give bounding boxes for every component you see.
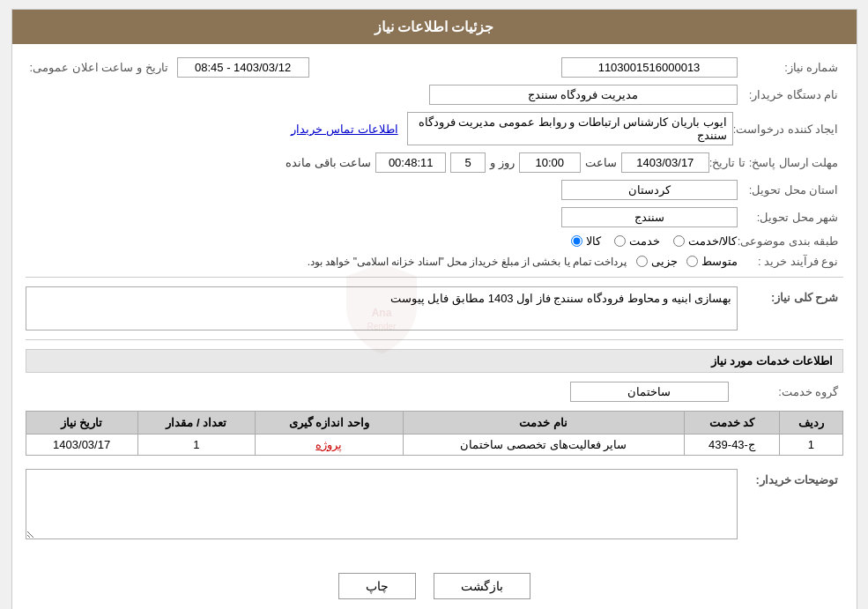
org-name-row: نام دستگاه خریدار: مدیریت فرودگاه سنندج: [26, 85, 843, 105]
category-label: طبقه بندی موضوعی:: [738, 234, 843, 248]
deadline-date: 1403/03/17: [621, 152, 709, 173]
cell-row-num: 1: [780, 434, 842, 456]
category-kala-khedmat-label: کالا/خدمت: [688, 234, 738, 248]
services-section-title: اطلاعات خدمات مورد نیاز: [26, 349, 843, 373]
col-date: تاریخ نیاز: [26, 412, 137, 434]
deadline-time: 10:00: [519, 152, 581, 173]
divider-2: [26, 339, 843, 340]
col-unit: واحد اندازه گیری: [255, 412, 403, 434]
province-row: استان محل تحویل: کردستان: [26, 180, 843, 200]
process-radio-motavaset[interactable]: متوسط: [686, 255, 738, 268]
process-motavaset-label: متوسط: [701, 255, 738, 268]
col-quantity: تعداد / مقدار: [137, 412, 255, 434]
buyer-notes-row: توضیحات خریدار:: [26, 469, 843, 539]
buyer-notes-label: توضیحات خریدار:: [738, 469, 843, 486]
print-button[interactable]: چاپ: [338, 573, 416, 599]
category-radio-group: کالا/خدمت خدمت کالا: [571, 234, 738, 248]
deadline-row: مهلت ارسال پاسخ: تا تاریخ: 1403/03/17 سا…: [26, 152, 843, 173]
description-container: بهسازی ابنیه و محاوط فرودگاه سنندج فاز ا…: [26, 286, 738, 330]
process-options: متوسط جزیی: [636, 255, 738, 268]
description-value: بهسازی ابنیه و محاوط فرودگاه سنندج فاز ا…: [26, 286, 738, 330]
cell-quantity: 1: [137, 434, 255, 456]
org-name-label: نام دستگاه خریدار:: [738, 88, 843, 101]
deadline-remaining: 00:48:11: [375, 152, 446, 173]
deadline-day-label: روز و: [490, 156, 515, 169]
process-note: پرداخت تمام یا بخشی از مبلغ خریداز محل "…: [26, 256, 627, 268]
buyer-notes-input[interactable]: [26, 469, 738, 539]
city-row: شهر محل تحویل: سنندج: [26, 207, 843, 227]
back-button[interactable]: بازگشت: [434, 573, 530, 599]
cell-unit: پروژه: [255, 434, 403, 456]
cell-date: 1403/03/17: [26, 434, 137, 456]
category-khedmat-label: خدمت: [629, 234, 660, 248]
creator-label: ایجاد کننده درخواست:: [733, 123, 843, 136]
cell-service-code: ج-43-439: [684, 434, 779, 456]
cell-service-name: سایر فعالیت‌های تخصصی ساختمان: [403, 434, 684, 456]
table-header-row: ردیف کد خدمت نام خدمت واحد اندازه گیری ت…: [26, 412, 842, 434]
deadline-days: 5: [450, 152, 486, 173]
category-radio-khedmat[interactable]: خدمت: [614, 234, 660, 248]
services-table-container: ردیف کد خدمت نام خدمت واحد اندازه گیری ت…: [26, 411, 843, 456]
category-radio-kala-khedmat[interactable]: کالا/خدمت: [673, 234, 738, 248]
services-table: ردیف کد خدمت نام خدمت واحد اندازه گیری ت…: [26, 411, 843, 456]
deadline-time-label: ساعت: [585, 156, 617, 169]
col-service-code: کد خدمت: [684, 412, 779, 434]
col-row-num: ردیف: [780, 412, 842, 434]
main-container: جزئیات اطلاعات نیاز شماره نیاز: 11030015…: [11, 9, 857, 609]
process-row: نوع فرآیند خرید : متوسط جزیی پرداخت تمام…: [26, 255, 843, 268]
group-label: گروه خدمت:: [738, 385, 843, 398]
need-number-row: شماره نیاز: 1103001516000013 1403/03/12 …: [26, 57, 843, 78]
deadline-remaining-label: ساعت باقی مانده: [286, 156, 371, 169]
process-label: نوع فرآیند خرید :: [738, 255, 843, 268]
bottom-buttons: بازگشت چاپ: [12, 573, 857, 609]
category-row: طبقه بندی موضوعی: کالا/خدمت خدمت کالا: [26, 234, 843, 248]
org-name-value: مدیریت فرودگاه سنندج: [429, 85, 738, 105]
creator-row: ایجاد کننده درخواست: ایوب باریان کارشناس…: [26, 112, 843, 145]
category-kala-label: کالا: [586, 234, 601, 248]
process-jozi-label: جزیی: [651, 255, 678, 268]
announce-date-value: 1403/03/12 - 08:45: [177, 57, 309, 78]
creator-value: ایوب باریان کارشناس ارتباطات و روابط عمو…: [407, 112, 733, 145]
contact-info-link[interactable]: اطلاعات تماس خریدار: [291, 123, 397, 136]
page-header: جزئیات اطلاعات نیاز: [12, 10, 857, 44]
announce-date-label: تاریخ و ساعت اعلان عمومی:: [26, 61, 173, 74]
group-row: گروه خدمت: ساختمان: [26, 382, 843, 402]
table-row: 1 ج-43-439 سایر فعالیت‌های تخصصی ساختمان…: [26, 434, 842, 456]
province-value: کردستان: [561, 180, 738, 200]
process-radio-jozi[interactable]: جزیی: [636, 255, 678, 268]
divider-1: [26, 277, 843, 278]
unit-link[interactable]: پروژه: [315, 438, 342, 451]
need-number-label: شماره نیاز:: [738, 61, 843, 74]
col-service-name: نام خدمت: [403, 412, 684, 434]
page-title: جزئیات اطلاعات نیاز: [375, 19, 494, 34]
province-label: استان محل تحویل:: [738, 183, 843, 197]
city-label: شهر محل تحویل:: [738, 211, 843, 224]
description-row: شرح کلی نیاز: بهسازی ابنیه و محاوط فرودگ…: [26, 286, 843, 330]
content-area: شماره نیاز: 1103001516000013 1403/03/12 …: [12, 44, 857, 560]
group-value: ساختمان: [570, 382, 729, 402]
need-number-value: 1103001516000013: [561, 57, 738, 78]
deadline-label: مهلت ارسال پاسخ: تا تاریخ:: [709, 156, 843, 169]
description-label: شرح کلی نیاز:: [738, 286, 843, 304]
category-radio-kala[interactable]: کالا: [571, 234, 601, 248]
city-value: سنندج: [561, 207, 738, 227]
